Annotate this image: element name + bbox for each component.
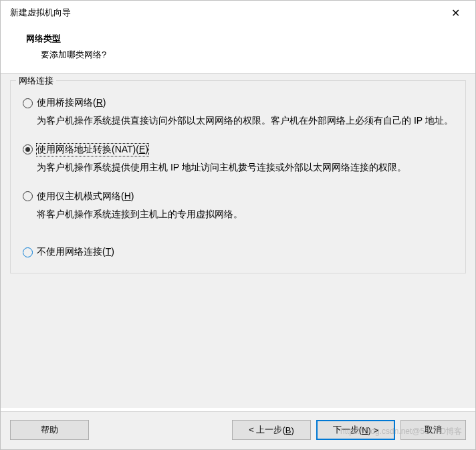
next-button[interactable]: 下一步(N) > xyxy=(316,420,395,440)
radio-icon xyxy=(23,98,33,108)
radio-nat[interactable]: 使用网络地址转换(NAT)(E) xyxy=(23,144,453,156)
back-button[interactable]: < 上一步(B) xyxy=(232,420,311,440)
radio-bridged-label: 使用桥接网络(R) xyxy=(37,97,106,109)
option-hostonly: 使用仅主机模式网络(H) 将客户机操作系统连接到主机上的专用虚拟网络。 xyxy=(23,191,453,223)
radio-hostonly[interactable]: 使用仅主机模式网络(H) xyxy=(23,191,453,203)
header-title: 网络类型 xyxy=(26,33,475,45)
titlebar: 新建虚拟机向导 ✕ xyxy=(1,1,475,25)
cancel-button[interactable]: 取消 xyxy=(400,420,466,440)
radio-none[interactable]: 不使用网络连接(T) xyxy=(23,246,453,258)
option-bridged: 使用桥接网络(R) 为客户机操作系统提供直接访问外部以太网网络的权限。客户机在外… xyxy=(23,97,453,129)
wizard-header: 网络类型 要添加哪类网络? xyxy=(1,25,475,74)
radio-nat-desc: 为客户机操作系统提供使用主机 IP 地址访问主机拨号连接或外部以太网网络连接的权… xyxy=(23,160,453,176)
content-area: 网络连接 使用桥接网络(R) 为客户机操作系统提供直接访问外部以太网网络的权限。… xyxy=(1,74,475,408)
radio-nat-label: 使用网络地址转换(NAT)(E) xyxy=(37,144,148,156)
radio-bridged-desc: 为客户机操作系统提供直接访问外部以太网网络的权限。客户机在外部网络上必须有自己的… xyxy=(23,113,453,129)
option-nat: 使用网络地址转换(NAT)(E) 为客户机操作系统提供使用主机 IP 地址访问主… xyxy=(23,144,453,176)
header-subtitle: 要添加哪类网络? xyxy=(26,49,475,61)
radio-group: 使用桥接网络(R) 为客户机操作系统提供直接访问外部以太网网络的权限。客户机在外… xyxy=(11,93,465,258)
button-bar: 帮助 < 上一步(B) 下一步(N) > 取消 xyxy=(1,411,475,449)
help-button[interactable]: 帮助 xyxy=(10,420,89,440)
radio-hostonly-desc: 将客户机操作系统连接到主机上的专用虚拟网络。 xyxy=(23,207,453,223)
network-fieldset: 网络连接 使用桥接网络(R) 为客户机操作系统提供直接访问外部以太网网络的权限。… xyxy=(10,80,466,273)
close-button[interactable]: ✕ xyxy=(442,3,469,22)
radio-hostonly-label: 使用仅主机模式网络(H) xyxy=(37,191,134,203)
close-icon: ✕ xyxy=(451,7,460,19)
fieldset-legend: 网络连接 xyxy=(16,75,56,87)
radio-none-label: 不使用网络连接(T) xyxy=(37,246,114,258)
radio-icon xyxy=(23,191,33,201)
option-none: 不使用网络连接(T) xyxy=(23,246,453,258)
radio-icon xyxy=(23,247,33,257)
radio-icon xyxy=(23,144,33,154)
radio-bridged[interactable]: 使用桥接网络(R) xyxy=(23,97,453,109)
window-title: 新建虚拟机向导 xyxy=(10,7,71,19)
spacer xyxy=(94,420,227,440)
